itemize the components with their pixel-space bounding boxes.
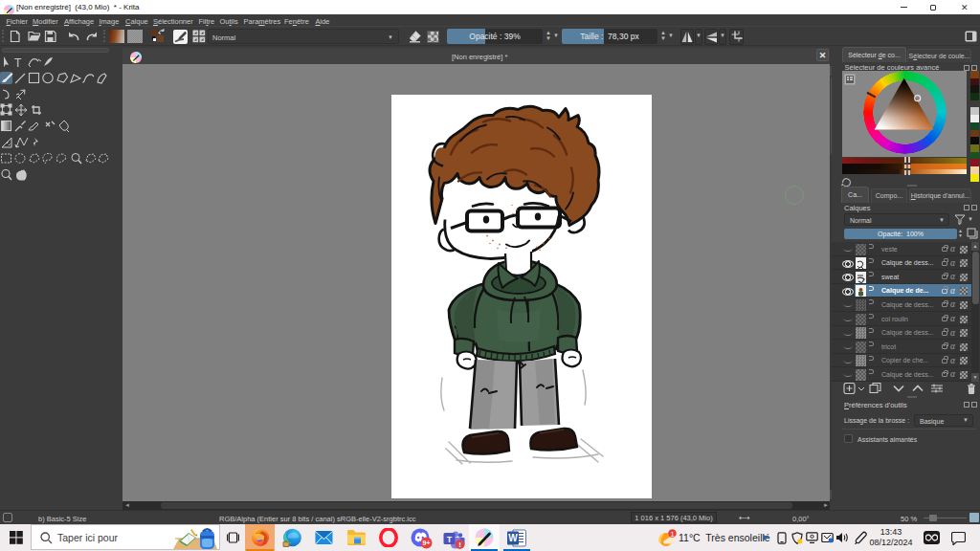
- svg-text:T: T: [14, 56, 22, 70]
- svg-text:9+: 9+: [423, 540, 431, 546]
- svg-text:W: W: [508, 533, 518, 543]
- svg-text:!: !: [458, 540, 461, 549]
- svg-text:1: 1: [670, 530, 674, 539]
- svg-text:T: T: [447, 535, 453, 544]
